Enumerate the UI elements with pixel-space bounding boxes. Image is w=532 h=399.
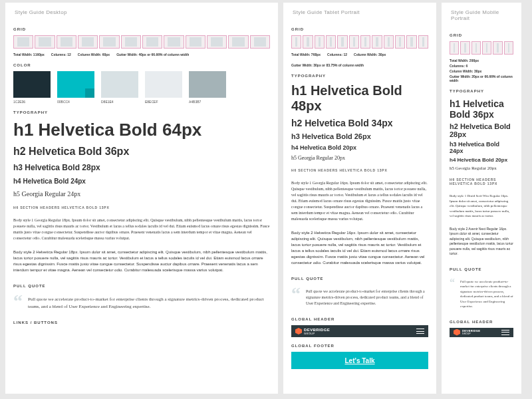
- body-style-1: Body style 1 Droid Serif Wro Regular 16p…: [450, 194, 513, 219]
- board-desktop: Style Guide Desktop GRID Total Width: 11…: [5, 3, 278, 394]
- body-style-1: Body style 1 Georgia Regular 18px. Ipsum…: [13, 217, 270, 241]
- section-grid: GRID: [13, 27, 270, 31]
- section-global-header: GLOBAL HEADER: [450, 320, 513, 324]
- section-color: COLOR: [13, 63, 270, 67]
- grid-col-width: Column Width: 60px: [78, 53, 110, 57]
- body-style-2: Body style 2 Avenir Next Regular 16px. I…: [450, 227, 513, 257]
- global-header: DEVBRIDGE GROUP: [450, 328, 513, 337]
- heading-h3: h3 Helvetica Bold 24px: [450, 141, 513, 154]
- logo-mark-icon: [295, 328, 302, 334]
- swatch-grey: A4B3B7: [189, 71, 226, 104]
- hamburger-menu-icon[interactable]: [501, 330, 509, 335]
- grid-meta: Total Width: 1160px Columns: 12 Column W…: [13, 53, 270, 57]
- section-pullquote: PULL QUOTE: [13, 284, 270, 288]
- heading-h5: h5 Georgia Regular 20px: [450, 166, 513, 171]
- heading-h4: h4 Helvetica Bold 24px: [13, 178, 270, 185]
- brand-logo[interactable]: DEVBRIDGE GROUP: [454, 329, 480, 336]
- heading-h3: h3 Helvetica Bold 26px: [291, 132, 428, 140]
- heading-h1: h1 Helvetica Bold 48px: [291, 83, 428, 114]
- section-grid: GRID: [291, 27, 428, 31]
- section-typography: TYPOGRAPHY: [450, 89, 513, 93]
- section-global-footer: GLOBAL FOOTER: [291, 344, 428, 348]
- heading-h5: h5 Georgia Regular 20px: [291, 155, 428, 161]
- swatch-ice: E8ECEF: [145, 71, 182, 104]
- body-style-2: Body style 2 Helvetica Regular 16px. Ips…: [291, 230, 428, 266]
- heading-h2: h2 Helvetica Bold 36px: [13, 146, 270, 158]
- section-global-header: GLOBAL HEADER: [291, 317, 428, 321]
- canvas: Style Guide Desktop GRID Total Width: 11…: [0, 0, 532, 399]
- footer-cta-text: Let's Talk: [345, 357, 375, 364]
- heading-h6: H6 SECTION HEADERS HELVETICA BOLD 13PX: [291, 168, 428, 172]
- swatch-navy: 1C2E36: [13, 71, 51, 104]
- heading-h4: h4 Helvetica Bold 20px: [291, 144, 428, 151]
- brand-logo[interactable]: DEVBRIDGE GROUP: [295, 328, 330, 335]
- quote-mark-icon: “: [13, 296, 23, 307]
- heading-h1: h1 Helvetica Bold 36px: [450, 98, 513, 120]
- grid-meta: Total Width: 290px Columns: 6 Column Wid…: [450, 59, 513, 82]
- section-pullquote: PULL QUOTE: [450, 267, 513, 271]
- heading-h1: h1 Helvetica Bold 64px: [13, 120, 270, 140]
- swatch-teal: 00BCC4: [57, 71, 94, 104]
- quote-mark-icon: “: [450, 279, 455, 286]
- body-style-2: Body style 2 Helvetica Regular 18px. Ips…: [13, 249, 270, 273]
- pull-quote-text: Pull quote we accelerate product-to-mark…: [460, 279, 513, 309]
- board-title-desktop: Style Guide Desktop: [15, 9, 270, 15]
- board-title-mobile: Style Guide Mobile Portrait: [451, 9, 513, 21]
- grid-meta: Total Width: 768px Columns: 12 Column Wi…: [291, 53, 428, 67]
- pull-quote: “ Pull quote we accelerate product-to-ma…: [13, 296, 270, 310]
- grid-columns: [291, 35, 428, 49]
- global-footer-cta[interactable]: Let's Talk: [291, 352, 428, 369]
- grid-columns: [450, 41, 513, 55]
- board-title-tablet: Style Guide Tablet Portrait: [293, 9, 428, 15]
- pull-quote-text: Pull quote we accelerate product-to-mark…: [28, 296, 270, 310]
- hamburger-menu-icon[interactable]: [416, 329, 424, 334]
- global-header: DEVBRIDGE GROUP: [291, 325, 428, 337]
- section-links: LINKS / BUTTONS: [13, 321, 270, 325]
- heading-h4: h4 Helvetica Bold 20px: [450, 157, 513, 163]
- heading-h5: h5 Georgia Regular 24px: [13, 190, 270, 198]
- swatch-row: 1C2E36 00BCC4 D8E1E4 E8ECEF A4B3B7: [13, 71, 270, 104]
- pull-quote: “ Pull quote we accelerate product-to-ma…: [450, 279, 513, 309]
- quote-mark-icon: “: [291, 289, 301, 300]
- pull-quote-text: Pull quote we accelerate product-to-mark…: [306, 289, 428, 307]
- body-style-1: Body style 1 Georgia Regular 16px. Ipsum…: [291, 180, 428, 222]
- grid-columns-val: Columns: 12: [51, 53, 71, 57]
- section-pullquote: PULL QUOTE: [291, 277, 428, 281]
- heading-h2: h2 Helvetica Bold 28px: [450, 122, 513, 138]
- heading-h6: H6 SECTION HEADERS HELVETICA BOLD 13PX: [450, 178, 513, 186]
- section-grid: GRID: [450, 33, 513, 37]
- pull-quote: “ Pull quote we accelerate product-to-ma…: [291, 289, 428, 307]
- board-tablet: Style Guide Tablet Portrait GRID Total W…: [283, 3, 436, 394]
- heading-h3: h3 Helvetica Bold 28px: [13, 163, 270, 172]
- logo-mark-icon: [454, 329, 460, 336]
- grid-columns: [13, 35, 270, 49]
- grid-total-width: Total Width: 1160px: [13, 53, 45, 57]
- swatch-pale: D8E1E4: [101, 71, 138, 104]
- grid-gutter: Gutter Width: 40px or 66.66% of column w…: [116, 53, 189, 57]
- heading-h2: h2 Helvetica Bold 34px: [291, 118, 428, 128]
- board-mobile: Style Guide Mobile Portrait GRID Total W…: [442, 3, 521, 394]
- section-typography: TYPOGRAPHY: [13, 110, 270, 114]
- heading-h6: H6 SECTION HEADERS HELVETICA BOLD 13PX: [13, 205, 270, 209]
- section-typography: TYPOGRAPHY: [291, 74, 428, 78]
